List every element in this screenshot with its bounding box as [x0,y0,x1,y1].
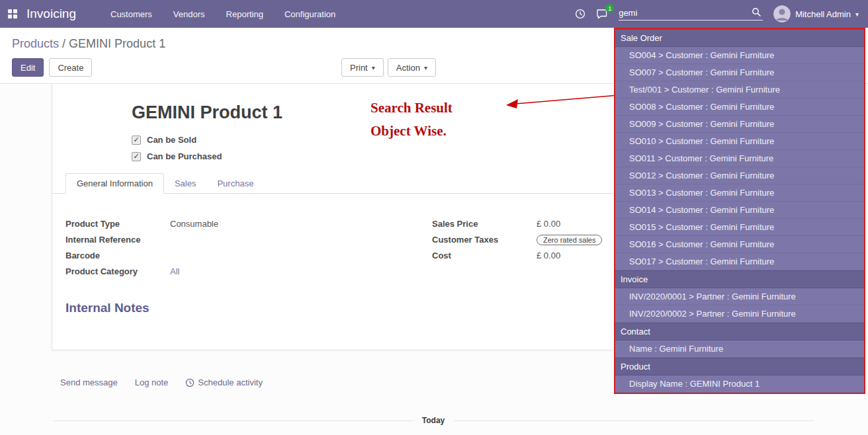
result-group-product: Product [615,358,864,376]
menu-vendors[interactable]: Vendors [173,9,205,19]
main-menu: Customers Vendors Reporting Configuratio… [110,9,335,19]
today-label: Today [422,416,445,425]
field-product-type: Product Type Consumable [65,219,416,231]
tab-sales[interactable]: Sales [164,174,207,193]
search-icon[interactable] [752,7,761,17]
search-result-item[interactable]: SO010 > Customer : Gemini Furniture [615,133,864,150]
date-divider: Today [53,416,814,425]
messages-badge: 1 [605,4,614,13]
breadcrumb-products[interactable]: Products [12,37,59,50]
chevron-down-icon: ▾ [424,64,427,71]
search-result-item[interactable]: SO017 > Customer : Gemini Furniture [615,253,864,270]
customer-taxes-tag[interactable]: Zero rated sales [537,235,602,245]
search-result-item[interactable]: Display Name : GEMINI Product 1 [615,376,864,393]
product-type-value: Consumable [170,219,218,229]
action-dropdown-button[interactable]: Action▾ [388,58,436,77]
chevron-down-icon: ▾ [855,11,859,18]
menu-reporting[interactable]: Reporting [226,9,263,19]
result-group-invoice: Invoice [615,270,864,288]
field-barcode: Barcode [65,251,416,263]
checkbox-can-be-sold[interactable]: ✓ [132,136,141,145]
cost-value: £ 0.00 [537,251,560,260]
fields-left-column: Product Type Consumable Internal Referen… [65,219,416,282]
schedule-activity-button[interactable]: Schedule activity [185,377,263,387]
sales-price-value: £ 0.00 [537,219,560,229]
messages-icon[interactable]: 1 [596,9,608,19]
field-product-category: Product Category All [65,266,416,279]
search-result-item[interactable]: SO015 > Customer : Gemini Furniture [615,219,864,236]
search-results-dropdown: Sale Order SO004 > Customer : Gemini Fur… [614,28,865,394]
can-be-sold-label: Can be Sold [147,135,196,145]
top-navbar: Invoicing Customers Vendors Reporting Co… [0,0,868,28]
clock-icon [185,378,195,387]
result-group-sale-order: Sale Order [615,29,864,47]
breadcrumb-separator: / [62,37,65,50]
breadcrumb-current: GEMINI Product 1 [69,37,165,50]
app-name[interactable]: Invoicing [26,7,76,21]
search-result-item[interactable]: SO007 > Customer : Gemini Furniture [615,64,864,81]
result-group-contact: Contact [615,323,864,340]
can-be-purchased-label: Can be Purchased [147,151,222,161]
activities-clock-icon[interactable] [575,9,586,19]
annotation-arrow [499,88,625,114]
avatar [773,5,791,22]
product-title: GEMINI Product 1 [132,101,282,124]
search-result-item[interactable]: INV/2020/0001 > Partner : Gemini Furnitu… [615,288,864,305]
search-result-item[interactable]: Name : Gemini Furniture [615,340,864,358]
search-result-item[interactable]: SO012 > Customer : Gemini Furniture [615,167,864,184]
print-dropdown-button[interactable]: Print▾ [341,58,384,77]
product-category-value[interactable]: All [170,266,179,276]
search-input[interactable] [619,8,744,18]
breadcrumb: Products / GEMINI Product 1 [12,37,165,51]
search-result-item[interactable]: SO014 > Customer : Gemini Furniture [615,202,864,219]
search-result-item[interactable]: INV/2020/0002 > Partner : Gemini Furnitu… [615,305,864,323]
create-button[interactable]: Create [49,58,92,77]
page: Invoicing Customers Vendors Reporting Co… [0,0,868,435]
check-icon: ✓ [133,136,139,144]
send-message-button[interactable]: Send message [60,377,118,387]
user-menu[interactable]: Mitchell Admin ▾ [773,5,859,22]
annotation-text: Search Result Object Wise. [370,97,453,143]
systray: 1 Mitchell Admin ▾ [575,5,859,22]
log-note-button[interactable]: Log note [135,377,169,387]
apps-menu-icon[interactable] [8,9,17,19]
search-result-item[interactable]: SO008 > Customer : Gemini Furniture [615,99,864,116]
chevron-down-icon: ▾ [372,64,375,71]
search-result-item[interactable]: SO016 > Customer : Gemini Furniture [615,236,864,253]
search-result-item[interactable]: SO011 > Customer : Gemini Furniture [615,150,864,167]
global-search [619,8,763,20]
checkbox-can-be-purchased[interactable]: ✓ [132,152,141,161]
internal-notes-heading: Internal Notes [65,301,150,315]
menu-configuration[interactable]: Configuration [284,9,335,19]
user-name: Mitchell Admin [795,9,851,19]
search-result-item[interactable]: SO013 > Customer : Gemini Furniture [615,184,864,202]
search-result-item[interactable]: Test/001 > Customer : Gemini Furniture [615,81,864,99]
search-result-item[interactable]: SO009 > Customer : Gemini Furniture [615,116,864,133]
tab-general-information[interactable]: General Information [65,173,164,194]
check-icon: ✓ [133,152,139,161]
menu-customers[interactable]: Customers [110,9,152,19]
field-internal-reference: Internal Reference [65,235,416,247]
edit-button[interactable]: Edit [12,58,44,77]
search-result-item[interactable]: SO004 > Customer : Gemini Furniture [615,47,864,64]
tab-purchase[interactable]: Purchase [206,174,264,193]
